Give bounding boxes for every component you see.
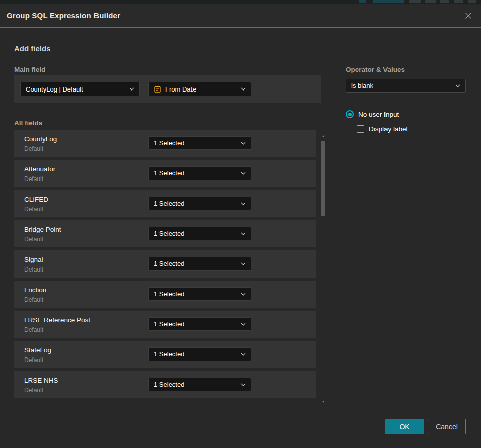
scroll-up-icon[interactable]: ▴ [320,134,327,139]
background-fragment [409,0,421,3]
field-row: SignalDefault1 Selected [14,250,316,278]
field-name: Attenuator [24,165,55,173]
field-attribute-select[interactable]: 1 Selected [148,347,251,361]
dropdown-value: 1 Selected [154,169,184,177]
dropdown-value: 1 Selected [154,139,184,147]
field-row: LRSE NHSDefault1 Selected [14,371,316,398]
field-name: CLIFED [24,196,48,203]
dropdown-value: 1 Selected [154,320,184,328]
fields-scrollbar[interactable]: ▴ ▾ [320,130,327,404]
radio-label: No user input [358,111,399,118]
field-row: CountyLogDefault1 Selected [14,130,316,157]
field-attribute-select[interactable]: 1 Selected [148,136,251,150]
field-attribute-select[interactable]: 1 Selected [148,287,251,301]
field-name: LRSE NHS [24,377,58,384]
no-user-input-radio[interactable]: No user input [346,110,399,118]
field-name: Friction [24,286,46,294]
field-name: LRSE Reference Post [24,316,90,324]
field-attribute-select[interactable]: 1 Selected [148,227,251,240]
dropdown-value: 1 Selected [154,230,184,237]
field-row: FrictionDefault1 Selected [14,281,316,308]
dropdown-value: 1 Selected [154,381,184,388]
dropdown-value: 1 Selected [154,260,184,267]
field-row: CLIFEDDefault1 Selected [14,190,316,217]
group-sql-expression-builder-dialog: Group SQL Expression Builder Add fields … [0,4,481,448]
operator-select[interactable]: is blank [346,79,466,93]
field-attribute-select[interactable]: 1 Selected [148,257,251,271]
field-type: Default [24,236,43,243]
dropdown-value: 1 Selected [154,200,184,207]
chevron-down-icon [125,87,134,91]
chevron-down-icon [237,262,246,265]
checkbox-unchecked-icon [357,125,364,133]
chevron-down-icon [237,232,246,235]
calendar-icon [154,85,161,93]
field-name: CountyLog [24,135,57,143]
field-row: Bridge PointDefault1 Selected [14,220,316,247]
field-name: Bridge Point [24,226,61,233]
field-row: AttenuatorDefault1 Selected [14,160,316,187]
background-fragment [468,0,476,3]
chevron-down-icon [237,87,246,91]
field-type: Default [24,206,43,213]
dropdown-value: is blank [351,82,373,89]
background-fragment [425,0,436,3]
field-type: Default [24,296,43,303]
checkbox-label: Display label [369,125,408,133]
radio-selected-icon [346,110,354,118]
background-fragment [359,0,366,3]
screen: Group SQL Expression Builder Add fields … [0,0,481,448]
chevron-down-icon [237,293,246,296]
cancel-button[interactable]: Cancel [428,419,466,434]
chevron-down-icon [237,172,246,175]
scrollbar-thumb[interactable] [321,141,325,216]
panel-divider [333,64,333,407]
dropdown-value: 1 Selected [154,350,184,358]
main-field-select[interactable]: From Date [148,82,251,96]
background-fragment [440,0,449,3]
chevron-down-icon [451,84,460,87]
field-type: Default [24,145,43,152]
background-fragment [373,0,404,3]
field-name: StateLog [24,346,51,354]
dropdown-value: CountyLog | Default [26,85,83,93]
chevron-down-icon [237,202,246,205]
field-attribute-select[interactable]: 1 Selected [148,378,251,391]
field-row: LRSE Reference PostDefault1 Selected [14,311,316,338]
display-label-checkbox[interactable]: Display label [357,125,408,133]
ok-button[interactable]: OK [385,419,424,434]
field-type: Default [24,326,43,333]
scroll-down-icon[interactable]: ▾ [320,399,327,404]
field-attribute-select[interactable]: 1 Selected [148,166,251,180]
field-name: Signal [24,256,43,263]
dropdown-value: From Date [165,85,196,93]
close-icon[interactable] [463,10,474,21]
chevron-down-icon [237,383,246,386]
add-fields-heading: Add fields [14,44,51,53]
field-attribute-select[interactable]: 1 Selected [148,197,251,210]
field-type: Default [24,175,43,183]
main-field-label: Main field [14,66,45,73]
field-type: Default [24,356,43,364]
field-row: StateLogDefault1 Selected [14,341,316,368]
chevron-down-icon [237,323,246,326]
all-fields-label: All fields [14,119,42,127]
dialog-title: Group SQL Expression Builder [7,11,120,20]
operator-values-label: Operator & Values [346,66,405,73]
dropdown-value: 1 Selected [154,290,184,298]
dialog-titlebar: Group SQL Expression Builder [0,4,481,28]
field-type: Default [24,266,43,273]
chevron-down-icon [237,142,246,145]
all-fields-list: CountyLogDefault1 SelectedAttenuatorDefa… [14,130,316,400]
field-attribute-select[interactable]: 1 Selected [148,317,251,331]
field-type: Default [24,387,43,394]
layer-source-select[interactable]: CountyLog | Default [20,82,140,96]
background-app-strip [0,0,481,4]
main-field-panel: CountyLog | Default From Date [14,75,321,103]
background-fragment [454,0,463,3]
chevron-down-icon [237,353,246,356]
